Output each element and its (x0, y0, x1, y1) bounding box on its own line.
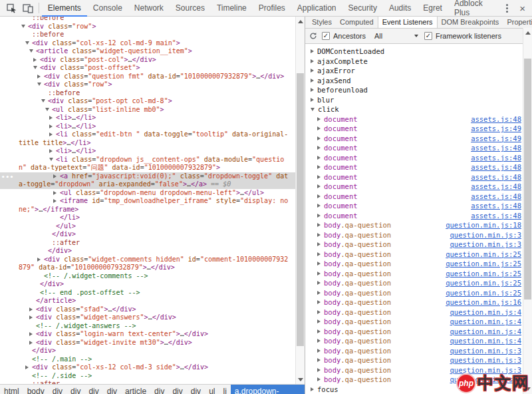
tree-node-row[interactable]: <div class="sfad">…</div> (0, 305, 295, 314)
tree-node-row[interactable]: <div class="widget-invite mt30">…</div> (0, 339, 295, 347)
collapse-arrow-icon[interactable] (29, 49, 33, 53)
source-link[interactable]: assets.js:48 (471, 211, 521, 221)
collapse-arrow-icon[interactable] (33, 66, 37, 69)
source-link[interactable]: question.min.js:25 (446, 250, 521, 260)
expand-arrow-icon[interactable] (317, 156, 321, 160)
tree-node-row[interactable]: <li class="edit-btn " data-toggle="toolt… (0, 130, 295, 147)
expand-arrow-icon[interactable] (49, 132, 53, 136)
tree-node-row[interactable]: •••<a href="javascript:void(0);" class="… (0, 172, 295, 189)
event-group-domcontentloaded[interactable]: DOMContentLoaded (305, 47, 523, 57)
breadcrumb-item-div[interactable]: div (84, 385, 102, 394)
expand-arrow-icon[interactable] (317, 175, 321, 179)
row-overflow-dots-icon[interactable]: ••• (1, 173, 14, 182)
expand-arrow-icon[interactable] (53, 199, 57, 203)
tree-node-row[interactable]: <!-- /.main --> (0, 355, 295, 364)
source-link[interactable]: question.min.js:3 (450, 346, 521, 356)
expand-arrow-icon[interactable] (317, 310, 321, 314)
expand-arrow-icon[interactable] (317, 184, 321, 188)
event-group-click[interactable]: click (305, 104, 523, 114)
expand-arrow-icon[interactable] (317, 233, 321, 237)
source-link[interactable]: assets.js:48 (471, 182, 521, 192)
source-link[interactable]: question.min.js:25 (446, 278, 521, 288)
tree-node-row[interactable]: <article class="widget-question__item"> (0, 47, 295, 56)
sidebar-scrollbar-thumb[interactable] (524, 59, 531, 299)
scroll-up-icon[interactable] (523, 29, 532, 37)
source-link[interactable]: question.min.js:3 (450, 240, 521, 250)
tab-audits[interactable]: Audits (383, 0, 417, 17)
tree-node-row[interactable]: </li> (0, 214, 295, 222)
tree-node-row[interactable]: <li>…</li> (0, 122, 295, 131)
sidebar-scrollbar[interactable] (523, 28, 532, 394)
expand-arrow-icon[interactable] (311, 79, 314, 83)
tab-egret[interactable]: Egret (417, 0, 448, 17)
tab-network[interactable]: Network (128, 0, 170, 17)
expand-arrow-icon[interactable] (49, 116, 53, 120)
expand-arrow-icon[interactable] (317, 262, 321, 266)
source-link[interactable]: assets.js:48 (471, 192, 521, 202)
expand-arrow-icon[interactable] (29, 332, 33, 336)
expand-arrow-icon[interactable] (317, 252, 321, 256)
expand-arrow-icon[interactable] (317, 117, 321, 121)
tree-node-row[interactable]: <li>…</li> (0, 114, 295, 122)
tree-node-row[interactable]: ::before (0, 89, 295, 98)
expand-arrow-icon[interactable] (53, 174, 57, 178)
expand-arrow-icon[interactable] (317, 146, 321, 150)
tree-node-row[interactable]: <div class="row"> (0, 81, 295, 89)
expand-arrow-icon[interactable] (317, 194, 321, 198)
source-link[interactable]: assets.js:48 (471, 114, 521, 124)
tree-node-row[interactable]: <div class="widget-answers">…</div> (0, 313, 295, 322)
breadcrumb-item-div[interactable]: div (187, 385, 205, 394)
source-link[interactable]: question.min.js:25 (446, 269, 521, 279)
source-link[interactable]: question.min.js:25 (446, 288, 521, 298)
sidebar-tab-dom-breakpoints[interactable]: DOM Breakpoints (438, 17, 503, 28)
expand-arrow-icon[interactable] (317, 358, 321, 362)
breadcrumb-item-li[interactable]: li (219, 385, 230, 394)
collapse-arrow-icon[interactable] (45, 108, 49, 111)
event-group-beforeunload[interactable]: beforeunload (305, 85, 523, 95)
tree-node-row[interactable]: <div class="widget-comments hidden" id="… (0, 256, 295, 272)
breadcrumb-item-body[interactable]: body (23, 385, 49, 394)
tab-console[interactable]: Console (87, 0, 128, 17)
tree-node-row[interactable]: </ul> (0, 222, 295, 231)
tree-node-row[interactable]: <div class="post-offset"> (0, 64, 295, 73)
source-link[interactable]: question.min.js:4 (450, 307, 521, 317)
event-group-ajaxsend[interactable]: ajaxSend (305, 76, 523, 86)
tree-node-row[interactable]: <!-- /.side --> (0, 372, 295, 381)
tree-node-row[interactable]: </div> (0, 347, 295, 355)
device-toolbar-icon[interactable] (20, 0, 36, 16)
framework-listeners-checkbox[interactable]: ✓ (424, 32, 432, 40)
expand-arrow-icon[interactable] (53, 191, 57, 195)
tree-node-row[interactable]: <div class="row"> (0, 23, 295, 31)
source-link[interactable]: question.min.js:25 (446, 259, 521, 269)
scroll-down-icon[interactable] (296, 375, 305, 384)
source-link[interactable]: assets.js:48 (471, 153, 521, 163)
expand-arrow-icon[interactable] (33, 58, 37, 62)
expand-arrow-icon[interactable] (49, 149, 53, 153)
tree-node-row[interactable]: <div class="question fmt" data-id="10100… (0, 73, 295, 81)
collapse-arrow-icon[interactable] (41, 99, 45, 102)
breadcrumb-item-div[interactable]: div (168, 385, 186, 394)
expand-arrow-icon[interactable] (311, 387, 314, 391)
breadcrumb-item-article[interactable]: article (121, 385, 150, 394)
breadcrumb-item-html[interactable]: html (0, 385, 23, 394)
breadcrumb-item-div[interactable]: div (66, 385, 84, 394)
breadcrumb-item-div[interactable]: div (49, 385, 66, 394)
expand-arrow-icon[interactable] (29, 307, 33, 311)
expand-arrow-icon[interactable] (317, 339, 321, 343)
expand-arrow-icon[interactable] (317, 165, 321, 169)
tab-application[interactable]: Application (291, 0, 342, 17)
expand-arrow-icon[interactable] (311, 98, 314, 102)
expand-arrow-icon[interactable] (317, 136, 321, 140)
expand-arrow-icon[interactable] (29, 341, 33, 345)
tree-node-row[interactable]: <div class="col-xs-12 col-md-3 side">…</… (0, 363, 295, 372)
collapse-arrow-icon[interactable] (25, 41, 29, 45)
tree-node-row[interactable]: <div class="col-xs-12 col-md-9 main"> (0, 39, 295, 48)
breadcrumb-item-a-dropdown-toggle[interactable]: a.dropdown-toggle (231, 385, 305, 394)
event-group-blur[interactable]: blur (305, 95, 523, 105)
expand-arrow-icon[interactable] (317, 329, 321, 333)
tree-node-row[interactable]: </div> (0, 230, 295, 239)
expand-arrow-icon[interactable] (317, 319, 321, 323)
expand-arrow-icon[interactable] (49, 124, 53, 128)
tree-node-row[interactable]: ::before (0, 31, 295, 39)
event-filter-select[interactable]: All (374, 32, 418, 40)
